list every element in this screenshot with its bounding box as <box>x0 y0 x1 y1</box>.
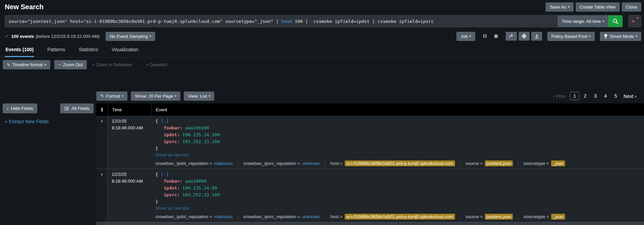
tab-patterns[interactable]: Patterns <box>46 44 66 57</box>
page-number-5[interactable]: 5 <box>611 92 620 100</box>
field-value-highlighted[interactable]: _json <box>551 160 565 166</box>
extract-new-fields-link[interactable]: + Extract New Fields <box>5 119 49 124</box>
event-sampling-label: No Event Sampling <box>110 34 148 39</box>
json-value[interactable]: aaa10099 <box>185 179 207 184</box>
caret-down-icon: ▾ <box>568 5 570 9</box>
json-value[interactable]: aaa100100 <box>185 125 209 130</box>
events-main: ✎Format▾ Show: 20 Per Page▾ View: List▾ … <box>96 88 644 225</box>
show-raw-text-link[interactable]: Show as raw text <box>155 152 644 158</box>
field-value[interactable]: malicious <box>214 214 233 219</box>
zoom-out-label: Zoom Out <box>63 62 83 67</box>
json-value[interactable]: 198.235.24.100 <box>182 132 220 137</box>
caret-down-icon: ▾ <box>209 94 210 98</box>
column-header-time: Time <box>108 103 151 116</box>
field-pair: crowdsec_ipdst_reputation =malicious <box>155 160 238 166</box>
page-number-2[interactable]: 2 <box>581 92 590 100</box>
pencil-icon: ✎ <box>7 62 10 67</box>
field-value[interactable]: unknown <box>302 161 320 166</box>
next-page-button[interactable]: Next › <box>621 92 639 100</box>
query-text: 100 | cssmoke ipfield=ipdst | cssmoke ip… <box>292 19 434 24</box>
prev-page-label: Prev <box>556 94 566 99</box>
page-number-1[interactable]: 1 <box>570 92 579 100</box>
workload-pool-button[interactable]: Policy-Based Pool▾ <box>547 32 595 41</box>
tab-visualization[interactable]: Visualization <box>111 44 139 57</box>
timeline-format-button[interactable]: ✎Timeline format▾ <box>3 60 50 69</box>
export-job-button[interactable] <box>531 32 542 41</box>
expand-event-button[interactable]: › <box>101 118 103 124</box>
caret-down-icon: ▾ <box>150 34 151 38</box>
chevron-right-icon: › <box>633 93 636 99</box>
field-pair: host =si-i-01989bc3656c0a501.prd-p-tumj0… <box>325 214 461 220</box>
share-job-button[interactable] <box>506 32 517 41</box>
expand-event-button[interactable]: › <box>101 171 103 177</box>
field-pair: crowdsec_ipsrc_reputation =unknown <box>238 214 325 220</box>
event-row-body: 12/2/25 8:18:49.000 AM { [-] foobar: aaa… <box>108 116 644 169</box>
timeline-controls: ✎Timeline format▾ −Zoom Out + Zoom to Se… <box>3 60 641 69</box>
events-count: 100 events <box>11 34 34 39</box>
download-icon <box>534 34 539 39</box>
show-raw-text-link[interactable]: Show as raw text <box>155 205 644 211</box>
check-icon: ✓ <box>5 33 9 39</box>
print-job-button[interactable] <box>519 32 530 41</box>
job-menu-button[interactable]: Job▾ <box>456 32 475 41</box>
close-button[interactable]: Close <box>622 2 641 12</box>
caret-down-icon: ▾ <box>122 94 123 98</box>
query-text: source="jsontest.json" host="si-i-01989b… <box>9 19 281 24</box>
field-value[interactable]: unknown <box>302 214 320 219</box>
zoom-out-button[interactable]: −Zoom Out <box>54 60 87 69</box>
search-submit-button[interactable] <box>608 15 622 27</box>
json-key: ipsrc: <box>164 139 180 144</box>
tab-statistics[interactable]: Statistics <box>78 44 99 57</box>
field-pair: crowdsec_ipdst_reputation =malicious <box>155 214 238 220</box>
stop-job-button[interactable] <box>492 33 501 39</box>
pause-job-button[interactable] <box>480 32 490 40</box>
sparkle-icon: ✦ <box>631 18 635 25</box>
page-number-3[interactable]: 3 <box>591 92 600 100</box>
page-title: New Search <box>5 3 43 11</box>
field-label: host = <box>330 214 343 219</box>
event-sampling-button[interactable]: No Event Sampling▾ <box>106 32 155 41</box>
hide-fields-button[interactable]: ‹Hide Fields <box>3 103 37 113</box>
all-fields-button[interactable]: All Fields <box>60 103 94 113</box>
event-row: › 12/2/25 8:18:49.000 AM { [-] foobar: a… <box>96 116 644 169</box>
json-close-brace: } <box>155 199 158 204</box>
next-row-edge[interactable] <box>96 222 644 225</box>
view-button[interactable]: View: List▾ <box>184 92 214 101</box>
field-value-highlighted[interactable]: si-i-01989bc3656c0a501.prd-p-tumj0.splun… <box>345 160 455 166</box>
search-row: source="jsontest.json" host="si-i-01989b… <box>5 15 641 27</box>
timeline-format-label: Timeline format <box>12 62 43 67</box>
caret-down-icon: ▾ <box>469 34 471 38</box>
per-page-button[interactable]: Show: 20 Per Page▾ <box>131 92 181 101</box>
job-label: Job <box>461 34 468 39</box>
chevron-left-icon: ‹ <box>7 106 9 111</box>
json-collapse-toggle[interactable]: [-] <box>161 118 169 124</box>
minus-icon: − <box>58 62 61 67</box>
json-collapse-toggle[interactable]: [-] <box>161 172 169 177</box>
chevron-left-icon: ‹ <box>553 93 556 99</box>
format-button[interactable]: ✎Format▾ <box>96 92 127 101</box>
page-number-4[interactable]: 4 <box>601 92 610 100</box>
json-value[interactable]: 198.235.24.99 <box>182 185 217 191</box>
x-icon: × <box>146 62 150 67</box>
field-value-highlighted[interactable]: jsontest.json <box>485 214 513 220</box>
json-value[interactable]: 103.252.23.100 <box>182 192 220 197</box>
event-timestamp: 8:18:49.000 AM <box>112 178 151 185</box>
event-date: 12/2/25 <box>112 118 151 125</box>
json-value[interactable]: 103.252.23.100 <box>182 139 220 144</box>
field-value-highlighted[interactable]: _json <box>551 214 565 220</box>
tab-events[interactable]: Events (100) <box>5 44 34 57</box>
search-mode-button[interactable]: Smart Mode▾ <box>600 32 641 41</box>
field-value[interactable]: malicious <box>214 161 233 166</box>
search-query-input[interactable]: source="jsontest.json" host="si-i-01989b… <box>5 15 558 27</box>
ai-assistant-button[interactable]: ✦ ✦ <box>628 15 641 27</box>
field-value-highlighted[interactable]: si-i-01989bc3656c0a501.prd-p-tumj0.splun… <box>345 214 455 220</box>
field-pair: host =si-i-01989bc3656c0a501.prd-p-tumj0… <box>325 160 461 166</box>
save-as-button[interactable]: Save As▾ <box>546 2 573 12</box>
events-table-header: i Time Event <box>96 103 644 116</box>
time-range-button[interactable]: Time range: All time▾ <box>558 15 608 27</box>
zoom-to-selection-label: Zoom to Selection <box>96 62 132 67</box>
create-table-view-button[interactable]: Create Table View <box>576 2 620 12</box>
field-value-highlighted[interactable]: jsontest.json <box>485 160 513 166</box>
time-header-label: Time <box>112 107 122 112</box>
deselect-button: × Deselect <box>145 60 169 69</box>
